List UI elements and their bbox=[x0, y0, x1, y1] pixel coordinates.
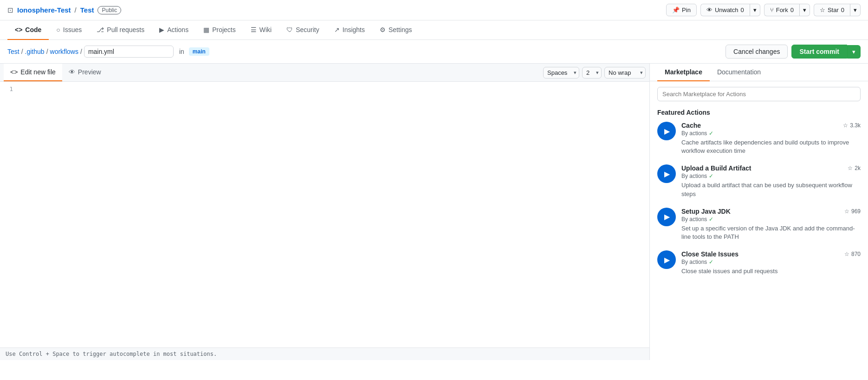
star-outline-icon-upload-build-artifact: ☆ bbox=[848, 165, 853, 171]
fork-dropdown[interactable]: ▾ bbox=[799, 4, 810, 16]
action-star-upload-build-artifact[interactable]: ☆ 2k bbox=[848, 165, 861, 171]
breadcrumb-sep3: / bbox=[80, 48, 82, 55]
action-body-close-stale-issues: Close Stale Issues ☆ 870 By actions ✓ Cl… bbox=[681, 250, 861, 275]
action-header-cache: Cache ☆ 3.3k bbox=[681, 122, 861, 129]
action-icon-close-stale-issues: ▶ bbox=[657, 250, 676, 269]
unwatch-group: 👁 Unwatch 0 ▾ bbox=[700, 4, 760, 16]
fork-button[interactable]: ⑂ Fork 0 bbox=[764, 4, 799, 16]
pin-group: 📌 Pin bbox=[666, 4, 697, 16]
tab-security[interactable]: 🛡 Security bbox=[279, 20, 327, 40]
pin-button[interactable]: 📌 Pin bbox=[666, 4, 697, 16]
tab-pull-requests[interactable]: ⎇ Pull requests bbox=[89, 20, 152, 40]
star-outline-icon-setup-java-jdk: ☆ bbox=[844, 208, 849, 215]
action-body-setup-java-jdk: Setup Java JDK ☆ 969 By actions ✓ Set up… bbox=[681, 208, 861, 241]
action-header-upload-build-artifact: Upload a Build Artifact ☆ 2k bbox=[681, 164, 861, 172]
cancel-changes-button[interactable]: Cancel changes bbox=[725, 45, 788, 59]
line-number-1: 1 bbox=[6, 85, 13, 92]
spaces-select[interactable]: Spaces Tabs bbox=[543, 67, 579, 79]
line-numbers: 1 bbox=[0, 82, 19, 347]
action-item-close-stale-issues[interactable]: ▶ Close Stale Issues ☆ 870 By actions ✓ … bbox=[657, 250, 861, 275]
tab-issues[interactable]: ○ Issues bbox=[49, 20, 89, 40]
play-icon-close-stale-issues: ▶ bbox=[664, 256, 670, 264]
breadcrumb: Test / .github / workflows / in main bbox=[7, 46, 209, 58]
sidebar-panel: Marketplace Documentation Featured Actio… bbox=[650, 64, 868, 360]
insights-icon: ↗ bbox=[334, 26, 340, 33]
start-commit-group: Start commit ▾ bbox=[791, 45, 861, 59]
tab-nav: <> Code ○ Issues ⎇ Pull requests ▶ Actio… bbox=[0, 20, 868, 40]
repo-name-link[interactable]: Test bbox=[80, 6, 94, 14]
star-dropdown[interactable]: ▾ bbox=[850, 4, 861, 16]
verified-icon-upload-build-artifact: ✓ bbox=[709, 173, 713, 179]
action-item-setup-java-jdk[interactable]: ▶ Setup Java JDK ☆ 969 By actions ✓ Set … bbox=[657, 208, 861, 241]
sidebar-content: Featured Actions ▶ Cache ☆ 3.3k By actio… bbox=[650, 81, 868, 360]
star-count: 0 bbox=[841, 7, 844, 13]
edit-new-file-tab[interactable]: <> Edit new file bbox=[4, 64, 62, 81]
action-by-setup-java-jdk: By actions ✓ bbox=[681, 216, 861, 223]
action-body-cache: Cache ☆ 3.3k By actions ✓ Cache artifact… bbox=[681, 122, 861, 155]
editor-footer: Use Control + Space to trigger autocompl… bbox=[0, 347, 649, 360]
action-desc-setup-java-jdk: Set up a specific version of the Java JD… bbox=[681, 224, 861, 241]
tab-projects[interactable]: ▦ Projects bbox=[196, 20, 243, 40]
star-button[interactable]: ☆ Star 0 bbox=[814, 4, 850, 16]
action-desc-upload-build-artifact: Upload a build artifact that can be used… bbox=[681, 181, 861, 198]
action-star-setup-java-jdk[interactable]: ☆ 969 bbox=[844, 208, 861, 215]
play-icon-cache: ▶ bbox=[664, 127, 670, 136]
eye-icon: 👁 bbox=[706, 7, 713, 13]
editor-tab-right: Spaces Tabs 2 4 8 No wrap Soft wrap bbox=[543, 67, 646, 79]
indent-select-wrap: 2 4 8 bbox=[582, 67, 602, 79]
documentation-tab[interactable]: Documentation bbox=[710, 64, 768, 81]
action-body-upload-build-artifact: Upload a Build Artifact ☆ 2k By actions … bbox=[681, 164, 861, 198]
featured-actions-title: Featured Actions bbox=[657, 109, 861, 116]
editor-layout: <> Edit new file 👁 Preview Spaces Tabs bbox=[0, 64, 868, 360]
verified-icon-close-stale-issues: ✓ bbox=[709, 259, 713, 265]
preview-tab[interactable]: 👁 Preview bbox=[62, 64, 108, 81]
action-by-cache: By actions ✓ bbox=[681, 130, 861, 137]
start-commit-dropdown[interactable]: ▾ bbox=[847, 45, 861, 59]
breadcrumb-dir1[interactable]: .github bbox=[25, 48, 45, 55]
pin-label: Pin bbox=[682, 7, 691, 13]
repo-org-link[interactable]: Ionosphere-Test bbox=[17, 6, 71, 14]
preview-eye-icon: 👁 bbox=[69, 68, 75, 76]
editor-tab-left: <> Edit new file 👁 Preview bbox=[4, 64, 108, 81]
action-star-close-stale-issues[interactable]: ☆ 870 bbox=[844, 251, 861, 257]
breadcrumb-dir2[interactable]: workflows bbox=[50, 48, 78, 55]
visibility-badge: Public bbox=[97, 6, 121, 14]
editor-tabs-bar: <> Edit new file 👁 Preview Spaces Tabs bbox=[0, 64, 649, 82]
wiki-icon: ☰ bbox=[251, 26, 257, 33]
breadcrumb-root[interactable]: Test bbox=[7, 48, 19, 55]
sidebar-tabs: Marketplace Documentation bbox=[650, 64, 868, 81]
action-item-upload-build-artifact[interactable]: ▶ Upload a Build Artifact ☆ 2k By action… bbox=[657, 164, 861, 198]
tab-insights[interactable]: ↗ Insights bbox=[327, 20, 372, 40]
shield-icon: 🛡 bbox=[286, 26, 293, 33]
tab-settings[interactable]: ⚙ Settings bbox=[372, 20, 420, 40]
filename-input[interactable] bbox=[84, 46, 174, 58]
wrap-select-wrap: No wrap Soft wrap bbox=[604, 67, 646, 79]
star-icon: ☆ bbox=[820, 7, 825, 13]
action-item-cache[interactable]: ▶ Cache ☆ 3.3k By actions ✓ Cache artifa… bbox=[657, 122, 861, 155]
fork-icon: ⑂ bbox=[770, 7, 774, 13]
action-star-cache[interactable]: ☆ 3.3k bbox=[843, 122, 861, 129]
action-icon-setup-java-jdk: ▶ bbox=[657, 208, 676, 226]
tab-wiki[interactable]: ☰ Wiki bbox=[243, 20, 279, 40]
marketplace-search-input[interactable] bbox=[657, 87, 861, 101]
featured-actions-list: ▶ Cache ☆ 3.3k By actions ✓ Cache artifa… bbox=[657, 122, 861, 275]
unwatch-dropdown[interactable]: ▾ bbox=[750, 4, 760, 16]
unwatch-button[interactable]: 👁 Unwatch 0 bbox=[700, 4, 750, 16]
action-icon-cache: ▶ bbox=[657, 122, 676, 140]
projects-icon: ▦ bbox=[203, 26, 209, 33]
action-desc-cache: Cache artifacts like dependencies and bu… bbox=[681, 138, 861, 155]
pr-icon: ⎇ bbox=[97, 26, 104, 33]
wrap-select[interactable]: No wrap Soft wrap bbox=[604, 67, 646, 79]
fork-count: 0 bbox=[790, 7, 794, 13]
start-commit-button[interactable]: Start commit bbox=[791, 45, 847, 59]
marketplace-tab[interactable]: Marketplace bbox=[657, 64, 710, 81]
code-editor[interactable] bbox=[19, 82, 649, 347]
pin-icon: 📌 bbox=[672, 7, 680, 13]
tab-code[interactable]: <> Code bbox=[7, 20, 49, 40]
action-by-close-stale-issues: By actions ✓ bbox=[681, 259, 861, 265]
tab-actions[interactable]: ▶ Actions bbox=[152, 20, 196, 40]
star-group: ☆ Star 0 ▾ bbox=[814, 4, 861, 16]
action-icon-upload-build-artifact: ▶ bbox=[657, 164, 676, 183]
repo-sep: / bbox=[75, 6, 77, 14]
indent-select[interactable]: 2 4 8 bbox=[582, 67, 602, 79]
